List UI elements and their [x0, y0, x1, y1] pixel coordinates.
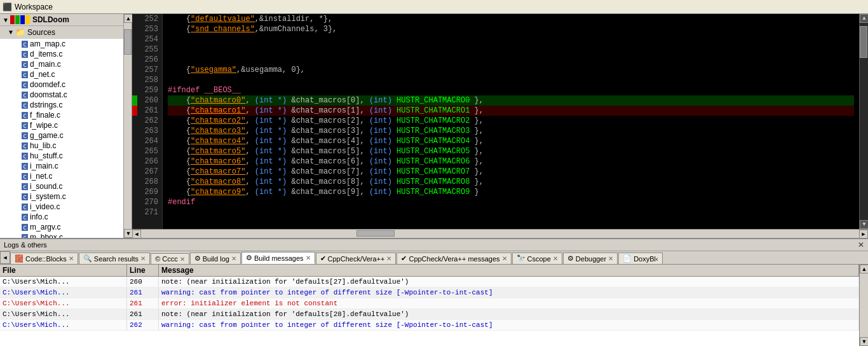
- file-icon: c: [22, 81, 28, 88]
- sidebar-item-g_game.c[interactable]: cg_game.c: [0, 130, 123, 141]
- code-line-259: #ifndef __BEOS__: [168, 85, 854, 95]
- project-root[interactable]: ▼ SDLDoom: [0, 14, 123, 26]
- hscroll-right-btn[interactable]: ►: [859, 230, 868, 239]
- sources-expand-icon: ▼: [8, 29, 14, 36]
- marker-256: [132, 55, 137, 65]
- line-num-267: 267: [141, 167, 158, 177]
- log-scroll-down[interactable]: ▼: [860, 337, 868, 346]
- sidebar-item-d_net.c[interactable]: cd_net.c: [0, 69, 123, 80]
- sidebar-item-f_wipe.c[interactable]: cf_wipe.c: [0, 120, 123, 130]
- line-num-256: 256: [141, 55, 158, 65]
- tab-buildlog[interactable]: ⚙Build log✕: [190, 253, 241, 264]
- tab-close-1[interactable]: ✕: [140, 255, 146, 262]
- tab-buildmessages[interactable]: ⚙Build messages✕: [241, 252, 315, 264]
- editor-scroll-thumb[interactable]: [860, 26, 867, 58]
- tab-cccc[interactable]: ©Cccc✕: [151, 253, 189, 264]
- editor-scroll-down[interactable]: ▼: [860, 220, 868, 229]
- file-label: doomdef.c: [30, 80, 65, 89]
- file-label: f_wipe.c: [30, 121, 58, 130]
- tab-searchresults[interactable]: 🔍Search results✕: [79, 253, 150, 264]
- sidebar-item-i_system.c[interactable]: ci_system.c: [0, 191, 123, 202]
- line-num-262: 262: [141, 116, 158, 126]
- tab-close-6[interactable]: ✕: [502, 255, 507, 262]
- sidebar-item-i_video.c[interactable]: ci_video.c: [0, 202, 123, 212]
- sidebar-item-doomstat.c[interactable]: cdoomstat.c: [0, 90, 123, 100]
- tab-debugger[interactable]: ⚙Debugger✕: [563, 253, 618, 264]
- sidebar-item-info.c[interactable]: cinfo.c: [0, 212, 123, 222]
- panel-title: Logs & others: [4, 241, 47, 249]
- hscroll-thumb[interactable]: [356, 230, 395, 237]
- log-row-4[interactable]: C:\Users\Mich... 262 warning: cast from …: [0, 320, 859, 331]
- file-label: am_map.c: [30, 39, 65, 48]
- sidebar-item-doomdef.c[interactable]: cdoomdef.c: [0, 80, 123, 90]
- sidebar-item-i_main.c[interactable]: ci_main.c: [0, 161, 123, 171]
- file-label: m_bbox.c: [30, 233, 63, 238]
- sidebar-item-m_bbox.c[interactable]: cm_bbox.c: [0, 232, 123, 238]
- sidebar-item-f_finale.c[interactable]: cf_finale.c: [0, 110, 123, 120]
- file-label: i_system.c: [30, 192, 66, 201]
- line-numbers: 2522532542552562572582592602612622632642…: [137, 14, 163, 229]
- log-cell-line-0: 260: [127, 277, 159, 287]
- tab-close-3[interactable]: ✕: [231, 255, 236, 262]
- sidebar-item-d_items.c[interactable]: cd_items.c: [0, 49, 123, 59]
- code-line-271: [168, 207, 854, 218]
- sidebar-item-i_sound.c[interactable]: ci_sound.c: [0, 181, 123, 191]
- sidebar-item-am_map.c[interactable]: cam_map.c: [0, 39, 123, 49]
- sidebar-scroll-thumb[interactable]: [124, 29, 132, 55]
- hscroll-left-btn[interactable]: ◄: [132, 230, 141, 239]
- tab-code::blocks[interactable]: 🧱Code::Blocks✕: [10, 253, 78, 264]
- file-label: doomstat.c: [30, 90, 67, 99]
- tab-icon-1: 🔍: [83, 254, 92, 263]
- file-icon: c: [22, 51, 28, 58]
- log-row-2[interactable]: C:\Users\Mich... 261 error: initializer …: [0, 298, 859, 309]
- log-row-3[interactable]: C:\Users\Mich... 261 note: (near initial…: [0, 309, 859, 320]
- sidebar-item-i_net.c[interactable]: ci_net.c: [0, 171, 123, 181]
- log-row-0[interactable]: C:\Users\Mich... 260 note: (near initial…: [0, 277, 859, 287]
- tab-cscope[interactable]: 🔭Cscope✕: [512, 253, 562, 264]
- log-cell-line-1: 261: [127, 287, 159, 298]
- tab-close-2[interactable]: ✕: [180, 256, 185, 263]
- sidebar-item-d_main.c[interactable]: cd_main.c: [0, 59, 123, 69]
- sources-folder[interactable]: ▼ 📁 Sources: [0, 26, 123, 39]
- tab-close-8[interactable]: ✕: [608, 255, 613, 262]
- marker-259: [132, 85, 137, 95]
- marker-260: [132, 95, 137, 106]
- code-display[interactable]: {"defaultvalue",&installdir, *}, {"snd_c…: [163, 14, 859, 229]
- tab-close-7[interactable]: ✕: [553, 255, 558, 262]
- line-num-269: 269: [141, 187, 158, 197]
- log-vscroll[interactable]: ▲ ▼: [859, 265, 868, 346]
- log-scroll-up[interactable]: ▲: [860, 265, 868, 273]
- code-line-260: {"chatmacro0", (int *) &chat_macros[0], …: [168, 95, 854, 106]
- panel-close-btn[interactable]: ✕: [858, 240, 864, 249]
- sidebar-item-hu_stuff.c[interactable]: chu_stuff.c: [0, 151, 123, 161]
- log-cell-msg-0: note: (near initialization for 'defaults…: [159, 277, 859, 287]
- file-icon: c: [22, 61, 28, 68]
- tab-cppcheck/vera++messages[interactable]: ✔CppCheck/Vera++ messages✕: [397, 253, 511, 264]
- tab-close-5[interactable]: ✕: [386, 255, 391, 262]
- tab-doxybl‹[interactable]: 📄DoxyBl‹: [618, 253, 663, 264]
- log-cell-file-4: C:\Users\Mich...: [0, 320, 127, 330]
- tab-icon-5: ✔: [320, 254, 326, 263]
- sidebar-item-m_argv.c[interactable]: cm_argv.c: [0, 222, 123, 232]
- tab-close-0[interactable]: ✕: [69, 255, 74, 262]
- tab-label-8: Debugger: [576, 255, 606, 263]
- tab-close-4[interactable]: ✕: [306, 254, 311, 261]
- scroll-down-btn[interactable]: ▼: [124, 229, 133, 238]
- sidebar-item-dstrings.c[interactable]: cdstrings.c: [0, 100, 123, 110]
- editor-vscroll[interactable]: ▲ ▼: [859, 14, 868, 229]
- sidebar-vscroll[interactable]: ▲ ▼: [124, 14, 132, 238]
- marker-254: [132, 34, 137, 45]
- sidebar-item-hu_lib.c[interactable]: chu_lib.c: [0, 141, 123, 151]
- log-row-1[interactable]: C:\Users\Mich... 261 warning: cast from …: [0, 287, 859, 298]
- code-line-256: [168, 55, 854, 65]
- file-icon: c: [22, 163, 28, 170]
- tab-prev-btn[interactable]: ◄: [0, 251, 10, 264]
- folder-icon: 📁: [15, 27, 25, 37]
- tab-icon-4: ⚙: [246, 254, 252, 262]
- file-icon: c: [22, 173, 28, 180]
- editor-scroll-up[interactable]: ▲: [860, 14, 868, 23]
- tab-cppcheck/vera++[interactable]: ✔CppCheck/Vera++✕: [316, 253, 397, 264]
- scroll-up-btn[interactable]: ▲: [124, 14, 133, 23]
- line-num-252: 252: [141, 14, 158, 24]
- marker-271: [132, 207, 137, 218]
